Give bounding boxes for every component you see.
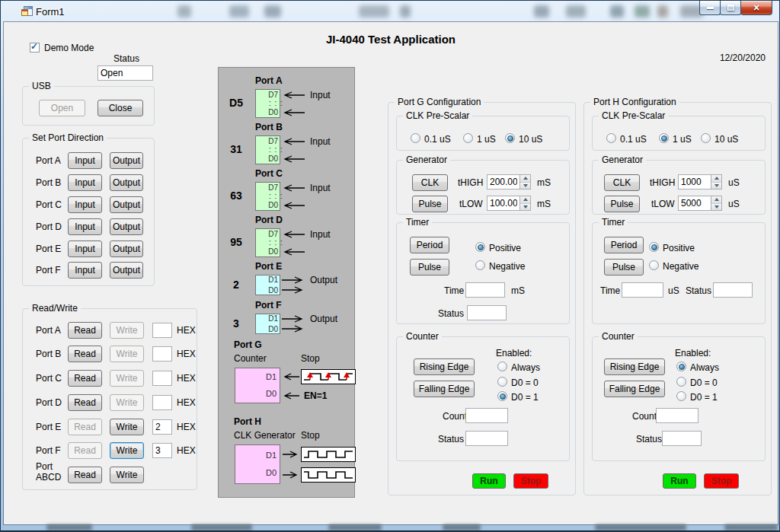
port-g-timer-positive-radio[interactable] [475,242,485,252]
port-g-enabled-always-radio[interactable] [497,362,507,371]
spin-up-button[interactable] [711,196,721,204]
port-h-pulse-button[interactable]: Pulse [604,196,640,212]
rw-port-e-hex-input[interactable] [152,419,172,435]
spin-up-button[interactable] [520,175,530,183]
rw-port-c-write-button[interactable]: Write [110,370,144,387]
port-g-tlow-input[interactable] [487,196,519,211]
rw-port-e-write-button[interactable]: Write [110,419,144,435]
port-h-prescalar-10us-radio[interactable] [701,133,711,143]
port-h-prescalar-01us-radio[interactable] [606,133,616,143]
title-bar[interactable]: Form1 ✕ [1,1,779,22]
port-g-run-button[interactable]: Run [472,473,506,489]
form-app-icon[interactable] [21,6,33,17]
port-h-enabled-d0-0-radio[interactable] [676,377,686,387]
port-h-falling-edge-button[interactable]: Falling Edge [604,381,665,397]
port-g-prescalar-01us-label[interactable]: 0.1 uS [424,134,451,145]
spin-down-button[interactable] [711,204,721,211]
port-a-input-button[interactable]: Input [68,152,102,169]
port-f-input-button[interactable]: Input [68,262,102,279]
port-c-output-button[interactable]: Output [110,196,143,213]
port-g-timer-negative-label[interactable]: Negative [489,261,525,272]
usb-open-button[interactable]: Open [39,100,85,116]
port-g-stop-button[interactable]: Stop [513,473,548,489]
port-h-run-button[interactable]: Run [663,473,696,489]
rw-port-e-read-button[interactable]: Read [68,419,102,435]
usb-close-button[interactable]: Close [98,100,143,116]
port-g-enabled-d0-0-label[interactable]: D0 = 0 [511,377,539,388]
rw-port-f-write-button[interactable]: Write [110,442,144,459]
rw-port-b-hex-input[interactable] [152,346,172,362]
port-g-enabled-d0-0-radio[interactable] [497,377,507,387]
port-g-count-input[interactable] [465,408,508,423]
port-c-input-button[interactable]: Input [68,196,102,213]
rw-port-b-write-button[interactable]: Write [110,346,144,362]
port-h-counter-status-input[interactable] [662,431,702,446]
port-h-timer-period-button[interactable]: Period [604,237,644,253]
port-e-output-button[interactable]: Output [110,241,143,257]
port-g-pulse-button[interactable]: Pulse [412,196,448,212]
port-g-prescalar-10us-label[interactable]: 10 uS [519,134,542,145]
port-h-timer-time-input[interactable] [622,282,663,298]
port-h-rising-edge-button[interactable]: Rising Edge [604,358,665,375]
port-h-enabled-d0-0-label[interactable]: D0 = 0 [690,377,718,388]
port-h-prescalar-1us-label[interactable]: 1 uS [673,134,692,145]
port-h-timer-status-input[interactable] [713,282,753,298]
port-h-timer-positive-radio[interactable] [649,242,659,252]
rw-port-c-read-button[interactable]: Read [68,370,102,387]
port-f-output-button[interactable]: Output [110,262,143,279]
rw-port-d-hex-input[interactable] [152,395,172,410]
status-input[interactable] [98,65,153,81]
port-g-timer-time-input[interactable] [465,282,505,298]
port-g-counter-status-input[interactable] [465,431,508,446]
port-d-output-button[interactable]: Output [110,218,143,235]
port-g-timer-pulse-button[interactable]: Pulse [410,259,449,276]
spin-up-button[interactable] [520,196,530,204]
port-h-timer-pulse-button[interactable]: Pulse [604,259,644,276]
port-g-timer-period-button[interactable]: Period [410,237,449,253]
port-g-prescalar-10us-radio[interactable] [505,133,515,143]
port-h-clk-button[interactable]: CLK [604,174,640,191]
demo-mode-label[interactable]: Demo Mode [44,43,94,53]
port-e-input-button[interactable]: Input [68,241,102,257]
rw-port-abcd-read-button[interactable]: Read [68,467,102,483]
rw-port-abcd-write-button[interactable]: Write [110,467,144,483]
rw-port-f-hex-input[interactable] [152,443,172,458]
rw-port-a-hex-input[interactable] [152,323,172,338]
spin-down-button[interactable] [520,204,530,211]
port-g-enabled-always-label[interactable]: Always [511,362,540,373]
port-g-timer-positive-label[interactable]: Positive [489,243,521,253]
port-h-count-input[interactable] [656,408,698,423]
port-h-enabled-always-label[interactable]: Always [690,362,719,373]
port-h-stop-button[interactable]: Stop [704,473,739,489]
port-h-prescalar-10us-label[interactable]: 10 uS [714,134,738,145]
port-g-timer-status-input[interactable] [467,305,507,320]
port-g-enabled-d0-1-radio[interactable] [497,391,507,401]
port-g-prescalar-1us-label[interactable]: 1 uS [477,134,496,145]
port-h-enabled-d0-1-radio[interactable] [676,391,686,401]
port-g-prescalar-01us-radio[interactable] [411,133,420,143]
port-h-thigh-input[interactable] [678,174,711,190]
port-h-prescalar-01us-label[interactable]: 0.1 uS [620,134,647,145]
port-h-prescalar-1us-radio[interactable] [659,133,669,143]
rw-port-a-read-button[interactable]: Read [68,322,102,339]
close-button[interactable]: ✕ [740,1,772,15]
maximize-button[interactable] [720,1,741,15]
port-a-output-button[interactable]: Output [110,152,143,169]
demo-mode-checkbox[interactable]: ✓ [30,43,40,53]
port-d-input-button[interactable]: Input [68,218,102,235]
rw-port-d-write-button[interactable]: Write [110,394,144,411]
port-g-clk-button[interactable]: CLK [412,174,448,191]
port-b-input-button[interactable]: Input [68,174,102,191]
minimize-button[interactable] [699,1,721,15]
port-g-timer-negative-radio[interactable] [475,260,485,270]
rw-port-b-read-button[interactable]: Read [68,346,102,362]
port-h-enabled-always-radio[interactable] [676,362,686,371]
port-g-falling-edge-button[interactable]: Falling Edge [414,381,475,397]
port-h-timer-positive-label[interactable]: Positive [663,243,695,253]
port-h-timer-negative-label[interactable]: Negative [663,261,698,272]
rw-port-c-hex-input[interactable] [152,371,172,386]
spin-down-button[interactable] [711,183,721,190]
rw-port-f-read-button[interactable]: Read [68,442,102,459]
port-h-timer-negative-radio[interactable] [649,260,659,270]
port-g-prescalar-1us-radio[interactable] [463,133,473,143]
